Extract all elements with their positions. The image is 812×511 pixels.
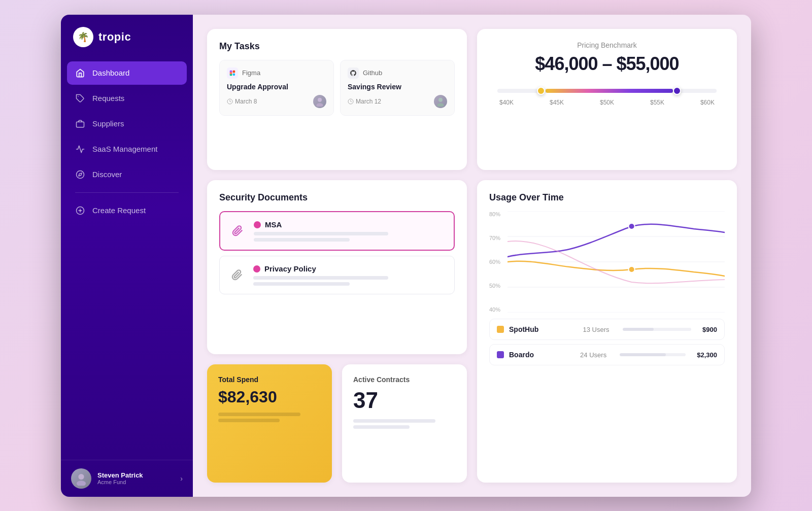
main-content: My Tasks Figma Upgrade Approval March 8 [193, 15, 751, 497]
nav-divider [75, 192, 179, 193]
contracts-label: Active Contracts [353, 376, 456, 384]
task-date: March 12 [348, 98, 381, 105]
figma-icon [227, 67, 238, 79]
price-slider[interactable]: $40K $45K $50K $55K $60K [489, 85, 725, 108]
legend-users: 24 Users [580, 351, 606, 359]
attachment-icon [228, 266, 246, 284]
legend-dot [497, 351, 504, 358]
avatar [71, 468, 91, 489]
task-app-row: Github [348, 67, 447, 79]
plus-circle-icon [75, 206, 85, 216]
sidebar-nav: Dashboard Requests Suppliers SaaS Manage… [61, 61, 193, 460]
y-label: 80% [489, 211, 500, 217]
doc-line [254, 238, 350, 242]
my-tasks-title: My Tasks [219, 41, 455, 52]
task-assignee-avatar [434, 95, 447, 108]
contracts-lines [353, 419, 456, 429]
logo-text: tropic [98, 30, 131, 44]
sidebar-item-requests[interactable]: Requests [67, 87, 187, 110]
y-label: 40% [489, 306, 500, 313]
price-fill [546, 89, 673, 93]
doc-lines [253, 276, 446, 286]
legend-value: $2,300 [697, 351, 717, 359]
pricing-benchmark-card: Pricing Benchmark $46,000 – $55,000 $40K… [477, 29, 737, 171]
usage-title: Usage Over Time [489, 192, 725, 203]
logo[interactable]: 🌴 tropic [61, 15, 193, 61]
active-contracts-card: Active Contracts 37 [342, 364, 467, 483]
spend-lines [218, 413, 321, 422]
svg-point-24 [628, 223, 634, 229]
legend-item-spothub[interactable]: SpotHub 13 Users $900 [489, 319, 725, 340]
tag-icon [75, 93, 85, 104]
task-assignee-avatar [313, 95, 326, 108]
chart-area: 80% 70% 60% 50% 40% [489, 211, 725, 313]
pricing-label: Pricing Benchmark [489, 41, 725, 49]
legend-bar [623, 328, 692, 331]
sidebar-item-label: Suppliers [92, 119, 124, 128]
svg-point-11 [233, 73, 235, 76]
legend-users: 13 Users [583, 326, 610, 333]
price-label: $45K [550, 99, 564, 106]
legend-item-boardo[interactable]: Boardo 24 Users $2,300 [489, 344, 725, 365]
legend-name: SpotHub [509, 325, 578, 333]
doc-line [253, 282, 350, 286]
doc-title-row: Privacy Policy [253, 264, 446, 273]
doc-lines [254, 232, 446, 242]
doc-line [254, 232, 388, 235]
legend-dot [497, 326, 504, 333]
chart-legend: SpotHub 13 Users $900 Boardo 24 Users $2… [489, 319, 725, 365]
logo-icon: 🌴 [73, 27, 93, 47]
security-documents-card: Security Documents MSA [207, 180, 467, 354]
tasks-grid: Figma Upgrade Approval March 8 [219, 60, 455, 116]
chart-icon [75, 144, 85, 154]
legend-value: $900 [702, 326, 717, 333]
price-label: $40K [499, 99, 514, 106]
y-label: 50% [489, 283, 500, 289]
home-icon [75, 68, 85, 78]
create-request-label: Create Request [92, 206, 146, 215]
sidebar-item-label: Dashboard [92, 69, 129, 77]
create-request-button[interactable]: Create Request [67, 199, 187, 222]
usage-chart-card: Usage Over Time 80% 70% 60% 50% 40% [477, 180, 737, 482]
usage-chart-svg [507, 211, 725, 313]
user-company: Acme Fund [97, 479, 174, 485]
price-dot-max[interactable] [673, 87, 681, 95]
sidebar-item-dashboard[interactable]: Dashboard [67, 61, 187, 85]
sidebar-item-discover[interactable]: Discover [67, 163, 187, 186]
sidebar-item-label: Requests [92, 94, 124, 103]
task-app-name: Github [363, 69, 382, 77]
contracts-value: 37 [353, 388, 456, 413]
doc-content: Privacy Policy [253, 264, 446, 286]
svg-rect-12 [230, 72, 232, 74]
doc-item-msa[interactable]: MSA [219, 211, 455, 251]
chevron-right-icon: › [180, 474, 183, 483]
my-tasks-card: My Tasks Figma Upgrade Approval March 8 [207, 29, 467, 171]
sidebar-item-saas[interactable]: SaaS Management [67, 138, 187, 161]
svg-rect-9 [233, 70, 235, 73]
doc-name: Privacy Policy [264, 264, 316, 273]
attachment-icon [228, 222, 247, 240]
doc-title-row: MSA [254, 220, 446, 229]
user-name: Steven Patrick [97, 471, 174, 479]
sidebar-footer[interactable]: Steven Patrick Acme Fund › [61, 460, 193, 497]
price-label: $50K [600, 99, 614, 106]
doc-item-privacy[interactable]: Privacy Policy [219, 256, 455, 294]
legend-bar-fill [620, 353, 666, 356]
spend-line [218, 413, 300, 416]
svg-rect-1 [77, 122, 84, 127]
svg-point-18 [437, 103, 444, 107]
price-label: $60K [700, 99, 715, 106]
y-label: 60% [489, 259, 500, 265]
contracts-line [353, 419, 435, 423]
svg-point-17 [438, 97, 443, 101]
task-date-row: March 12 [348, 95, 447, 108]
task-item[interactable]: Github Savings Review March 12 [340, 60, 455, 116]
sidebar-item-suppliers[interactable]: Suppliers [67, 112, 187, 135]
task-item[interactable]: Figma Upgrade Approval March 8 [219, 60, 334, 116]
task-title: Upgrade Approval [227, 83, 326, 91]
discover-icon [75, 169, 85, 180]
chart-y-labels: 80% 70% 60% 50% 40% [489, 211, 500, 313]
price-track [497, 89, 717, 93]
price-dot-min[interactable] [537, 87, 545, 95]
suppliers-icon [75, 119, 85, 129]
